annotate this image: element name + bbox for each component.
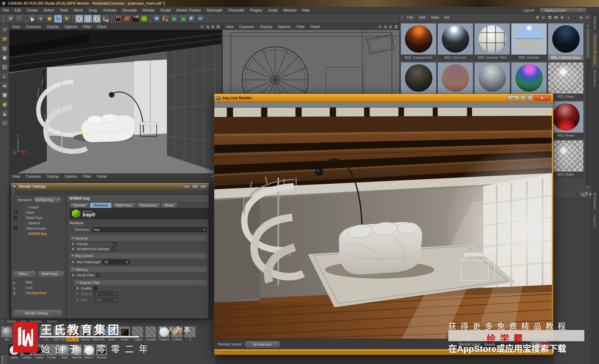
left-palette-icon[interactable] bbox=[1, 64, 8, 71]
degrain-enable-anim-dot[interactable] bbox=[76, 287, 79, 290]
vp-menu-cameras[interactable]: Cameras bbox=[23, 25, 44, 29]
y-axis-lock-icon[interactable]: Y bbox=[84, 15, 92, 23]
ray-control-section-header[interactable]: ▼Ray Control bbox=[70, 253, 207, 258]
cb-menu-view[interactable]: View bbox=[428, 15, 442, 20]
layout-dropdown[interactable]: Startup (User)▾ bbox=[540, 7, 587, 13]
vp-menu-view[interactable]: View bbox=[223, 25, 236, 29]
vp-menu-view[interactable]: View bbox=[9, 25, 23, 29]
menu-snap[interactable]: Snap bbox=[86, 8, 100, 12]
material-item[interactable]: MDL Chrome bbox=[511, 23, 547, 61]
subdivision-surface-icon[interactable]: ◆ bbox=[170, 15, 178, 23]
vp-menu-display[interactable]: Display bbox=[257, 25, 275, 29]
material-slot[interactable]: Carpet bbox=[132, 326, 144, 341]
iray-render-icon[interactable] bbox=[140, 15, 148, 23]
menu-plugins[interactable]: Plugins bbox=[247, 8, 265, 12]
render-preset-button[interactable]: Architecture bbox=[245, 341, 280, 347]
firefly-anim-dot[interactable] bbox=[71, 274, 75, 277]
left-palette-icon[interactable] bbox=[1, 110, 8, 118]
arch-sampler-checkbox[interactable]: ✓ bbox=[111, 247, 115, 251]
vp-menu-cameras[interactable]: Cameras bbox=[23, 174, 44, 179]
rotate-last-tool-icon[interactable]: ↻ bbox=[63, 15, 71, 23]
material-item-selected[interactable]: MDL Colored Glass bbox=[548, 23, 584, 61]
catalog-icon[interactable] bbox=[553, 15, 558, 20]
render-settings-icon[interactable] bbox=[131, 15, 139, 23]
cb-menu-edit[interactable]: Edit bbox=[416, 15, 428, 20]
close-icon[interactable]: ✕ bbox=[534, 95, 551, 101]
menu-render[interactable]: Render bbox=[140, 8, 158, 12]
degrain-section-header[interactable]: ▼Degrain Filter bbox=[74, 280, 207, 285]
mograph-icon[interactable] bbox=[179, 15, 187, 23]
menu-file[interactable]: File bbox=[0, 8, 12, 12]
caustic-anim-dot[interactable] bbox=[71, 242, 75, 246]
scrollbar-thumb[interactable] bbox=[586, 28, 590, 58]
tab-multipass[interactable]: Multi-Pass bbox=[112, 202, 136, 208]
viewport1-scene[interactable]: Y −X Z bbox=[9, 30, 222, 173]
zoom-view-icon[interactable] bbox=[205, 25, 210, 29]
minimize-icon[interactable]: — bbox=[183, 184, 190, 189]
toolbar-grip[interactable] bbox=[2, 15, 5, 22]
nav-marker-icon[interactable]: ▲ bbox=[572, 15, 577, 20]
render-view-icon[interactable] bbox=[114, 15, 122, 23]
tree-item-multipass[interactable]: ─Multi-Pass bbox=[11, 215, 66, 220]
vp-menu-panel[interactable]: Panel bbox=[94, 25, 110, 29]
menu-help[interactable]: Help bbox=[299, 8, 313, 12]
vp-menu-cameras[interactable]: Cameras bbox=[236, 25, 257, 29]
left-palette-icon[interactable] bbox=[1, 54, 8, 62]
iray-titlebar[interactable]: Iray Live Render — ❒ ✕ bbox=[214, 94, 553, 102]
rotate-tool-icon[interactable]: ↻ bbox=[54, 15, 62, 23]
stereoscopic-checkbox[interactable] bbox=[13, 226, 17, 230]
search-icon[interactable] bbox=[578, 15, 583, 20]
tab-structure[interactable]: Structure bbox=[592, 68, 598, 90]
caustic-checkbox[interactable]: ✓ bbox=[113, 242, 117, 246]
material-item[interactable]: MDL Ceramic Tiles bbox=[474, 23, 510, 61]
save-checkbox[interactable]: ✓ bbox=[13, 211, 17, 214]
nav-cone-icon[interactable]: ▲ bbox=[576, 192, 579, 196]
tree-item-options[interactable]: ─Options bbox=[11, 220, 66, 226]
material-item[interactable]: MDL Cast Iron bbox=[437, 23, 473, 61]
panel-grip[interactable] bbox=[401, 16, 403, 19]
pan-view-icon[interactable]: + bbox=[200, 25, 204, 29]
vp-menu-options[interactable]: Options bbox=[275, 25, 294, 29]
left-palette-icon[interactable] bbox=[1, 45, 8, 52]
undo-icon[interactable]: ↺ bbox=[7, 15, 15, 23]
add-cube-icon[interactable] bbox=[153, 15, 161, 23]
rotate-view-icon[interactable]: ↻ bbox=[388, 25, 393, 29]
edit-icon[interactable] bbox=[535, 15, 540, 20]
render-setting-button[interactable]: Render Setting... bbox=[13, 310, 62, 316]
tab-layers[interactable]: Layers bbox=[592, 213, 598, 230]
left-palette-icon[interactable] bbox=[1, 92, 8, 99]
up-folder-icon[interactable]: ↑ bbox=[541, 15, 546, 20]
close-icon[interactable]: ✕ bbox=[200, 184, 207, 189]
minimize-icon[interactable]: — bbox=[508, 95, 519, 101]
left-palette-icon[interactable]: ↺ bbox=[1, 26, 8, 34]
renderer-field-dropdown[interactable]: Iray▾ bbox=[92, 227, 207, 232]
menu-mograph[interactable]: MoGraph bbox=[204, 8, 225, 12]
menu-create[interactable]: Create bbox=[24, 8, 41, 12]
live-selection-icon[interactable] bbox=[28, 15, 36, 23]
vp-menu-display[interactable]: Display bbox=[44, 174, 61, 179]
pan-view-icon[interactable]: + bbox=[378, 25, 382, 29]
menu-script[interactable]: Script bbox=[265, 8, 280, 12]
vp-menu-options[interactable]: Options bbox=[62, 25, 80, 29]
menu-edit[interactable]: Edit bbox=[12, 8, 24, 12]
maximize-icon[interactable]: ❒ bbox=[191, 184, 199, 189]
menu-motion-tracker[interactable]: Motion Tracker bbox=[173, 8, 204, 12]
firefly-checkbox[interactable]: ✓ bbox=[96, 273, 100, 277]
z-axis-lock-icon[interactable]: Z bbox=[93, 15, 101, 23]
scale-tool-icon[interactable] bbox=[45, 15, 53, 23]
coordinate-system-icon[interactable] bbox=[101, 15, 110, 23]
move-tool-icon[interactable]: + bbox=[37, 15, 45, 23]
volume-icon[interactable] bbox=[187, 15, 196, 23]
tab-objects[interactable]: Objects bbox=[592, 14, 598, 32]
max-pathlength-field[interactable]: 20 bbox=[102, 260, 130, 265]
material-slot[interactable]: CarpetB bbox=[145, 326, 157, 341]
vp-menu-panel[interactable]: Panel bbox=[308, 25, 323, 29]
degrain-enable-checkbox[interactable] bbox=[94, 286, 97, 290]
menu-tools[interactable]: Tools bbox=[56, 8, 71, 12]
content-scrollbar[interactable]: ▲ ▼ bbox=[586, 23, 590, 190]
menu-animate[interactable]: Animate bbox=[100, 8, 119, 12]
filtering-section-header[interactable]: ▼Filtering bbox=[70, 267, 207, 272]
tree-item-stereoscopic[interactable]: ─Stereoscopic bbox=[11, 226, 66, 231]
delete-icon[interactable] bbox=[547, 15, 552, 20]
left-palette-icon[interactable] bbox=[1, 101, 8, 109]
